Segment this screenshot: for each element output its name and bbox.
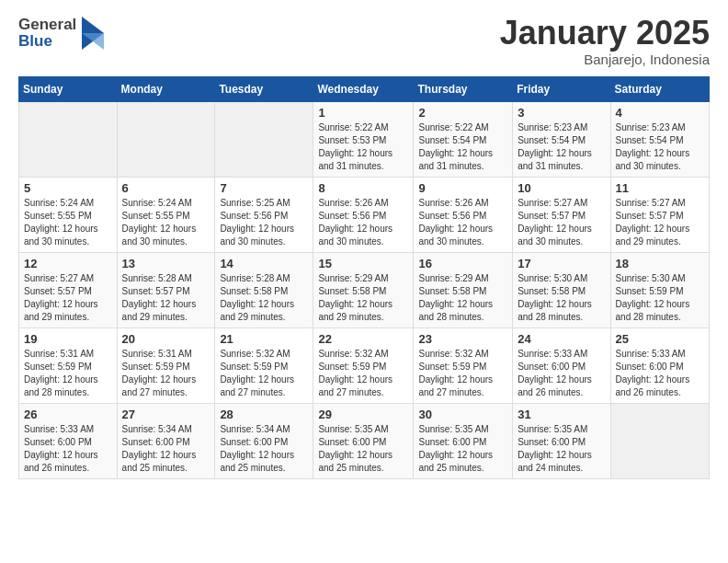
- sunrise-text: Sunrise: 5:35 AM: [318, 424, 388, 434]
- day-number: 8: [318, 181, 408, 195]
- day-number: 1: [318, 106, 408, 120]
- calendar-cell: 11 Sunrise: 5:27 AM Sunset: 5:57 PM Dayl…: [610, 177, 709, 252]
- logo-general-text: General: [18, 17, 76, 33]
- day-number: 20: [122, 332, 210, 346]
- day-info: Sunrise: 5:26 AM Sunset: 5:56 PM Dayligh…: [318, 197, 408, 248]
- calendar-cell: 5 Sunrise: 5:24 AM Sunset: 5:55 PM Dayli…: [19, 177, 118, 252]
- daylight-text: Daylight: 12 hours and 29 minutes.: [616, 224, 690, 247]
- day-number: 14: [220, 257, 308, 270]
- sunrise-text: Sunrise: 5:30 AM: [616, 273, 686, 283]
- day-info: Sunrise: 5:27 AM Sunset: 5:57 PM Dayligh…: [24, 272, 112, 324]
- day-info: Sunrise: 5:22 AM Sunset: 5:53 PM Dayligh…: [318, 121, 408, 173]
- calendar-cell: 30 Sunrise: 5:35 AM Sunset: 6:00 PM Dayl…: [414, 403, 513, 478]
- calendar-cell: [19, 101, 118, 177]
- sunrise-text: Sunrise: 5:33 AM: [616, 349, 686, 359]
- daylight-text: Daylight: 12 hours and 24 minutes.: [518, 450, 592, 473]
- daylight-text: Daylight: 12 hours and 30 minutes.: [418, 224, 493, 247]
- calendar-header-row: SundayMondayTuesdayWednesdayThursdayFrid…: [19, 76, 710, 101]
- daylight-text: Daylight: 12 hours and 30 minutes.: [318, 224, 392, 247]
- sunset-text: Sunset: 6:00 PM: [616, 362, 684, 372]
- calendar-cell: 10 Sunrise: 5:27 AM Sunset: 5:57 PM Dayl…: [513, 177, 610, 252]
- sunset-text: Sunset: 6:00 PM: [418, 437, 486, 447]
- sunset-text: Sunset: 5:54 PM: [616, 135, 684, 145]
- daylight-text: Daylight: 12 hours and 25 minutes.: [122, 450, 197, 473]
- sunrise-text: Sunrise: 5:26 AM: [418, 198, 488, 208]
- sunrise-text: Sunrise: 5:23 AM: [616, 122, 686, 132]
- day-info: Sunrise: 5:26 AM Sunset: 5:56 PM Dayligh…: [418, 197, 507, 248]
- day-info: Sunrise: 5:34 AM Sunset: 6:00 PM Dayligh…: [122, 423, 210, 475]
- calendar-cell: 24 Sunrise: 5:33 AM Sunset: 6:00 PM Dayl…: [513, 327, 610, 403]
- day-info: Sunrise: 5:33 AM Sunset: 6:00 PM Dayligh…: [518, 348, 605, 399]
- calendar-cell: [117, 101, 215, 177]
- sunrise-text: Sunrise: 5:34 AM: [122, 424, 192, 434]
- daylight-text: Daylight: 12 hours and 28 minutes.: [518, 299, 592, 322]
- day-number: 23: [418, 332, 507, 346]
- sunrise-text: Sunrise: 5:32 AM: [418, 349, 488, 359]
- sunrise-text: Sunrise: 5:35 AM: [518, 424, 587, 434]
- day-info: Sunrise: 5:25 AM Sunset: 5:56 PM Dayligh…: [220, 197, 308, 248]
- sunset-text: Sunset: 5:56 PM: [220, 211, 288, 221]
- day-number: 2: [418, 106, 507, 120]
- day-number: 7: [220, 181, 308, 195]
- logo-blue-text: Blue: [18, 33, 76, 50]
- sunset-text: Sunset: 6:00 PM: [318, 437, 386, 447]
- day-info: Sunrise: 5:34 AM Sunset: 6:00 PM Dayligh…: [220, 423, 308, 475]
- sunrise-text: Sunrise: 5:27 AM: [24, 273, 94, 283]
- daylight-text: Daylight: 12 hours and 25 minutes.: [220, 450, 294, 473]
- daylight-text: Daylight: 12 hours and 31 minutes.: [418, 148, 493, 171]
- calendar-cell: 21 Sunrise: 5:32 AM Sunset: 5:59 PM Dayl…: [215, 327, 313, 403]
- sunset-text: Sunset: 5:58 PM: [318, 286, 386, 296]
- daylight-text: Daylight: 12 hours and 27 minutes.: [418, 374, 493, 397]
- sunset-text: Sunset: 6:00 PM: [24, 437, 92, 447]
- day-info: Sunrise: 5:31 AM Sunset: 5:59 PM Dayligh…: [122, 348, 210, 399]
- calendar-cell: 25 Sunrise: 5:33 AM Sunset: 6:00 PM Dayl…: [610, 327, 709, 403]
- sunrise-text: Sunrise: 5:34 AM: [220, 424, 290, 434]
- day-info: Sunrise: 5:27 AM Sunset: 5:57 PM Dayligh…: [518, 197, 605, 248]
- day-info: Sunrise: 5:33 AM Sunset: 6:00 PM Dayligh…: [616, 348, 704, 399]
- calendar-cell: 19 Sunrise: 5:31 AM Sunset: 5:59 PM Dayl…: [19, 327, 118, 403]
- calendar-cell: 9 Sunrise: 5:26 AM Sunset: 5:56 PM Dayli…: [414, 177, 513, 252]
- daylight-text: Daylight: 12 hours and 29 minutes.: [122, 299, 197, 322]
- calendar-cell: 15 Sunrise: 5:29 AM Sunset: 5:58 PM Dayl…: [313, 252, 414, 327]
- sunrise-text: Sunrise: 5:22 AM: [418, 122, 488, 132]
- sunset-text: Sunset: 5:59 PM: [220, 362, 288, 372]
- calendar-cell: 3 Sunrise: 5:23 AM Sunset: 5:54 PM Dayli…: [513, 101, 610, 177]
- calendar-week-row: 1 Sunrise: 5:22 AM Sunset: 5:53 PM Dayli…: [19, 101, 710, 177]
- day-number: 17: [518, 257, 605, 270]
- sunrise-text: Sunrise: 5:33 AM: [518, 349, 587, 359]
- calendar-cell: 1 Sunrise: 5:22 AM Sunset: 5:53 PM Dayli…: [313, 101, 414, 177]
- daylight-text: Daylight: 12 hours and 30 minutes.: [616, 148, 690, 171]
- calendar-cell: 27 Sunrise: 5:34 AM Sunset: 6:00 PM Dayl…: [117, 403, 215, 478]
- calendar-header-friday: Friday: [513, 76, 610, 101]
- sunrise-text: Sunrise: 5:26 AM: [318, 198, 388, 208]
- sunset-text: Sunset: 5:59 PM: [318, 362, 386, 372]
- calendar-cell: 22 Sunrise: 5:32 AM Sunset: 5:59 PM Dayl…: [313, 327, 414, 403]
- sunrise-text: Sunrise: 5:23 AM: [518, 122, 587, 132]
- day-number: 22: [318, 332, 408, 346]
- calendar-cell: 6 Sunrise: 5:24 AM Sunset: 5:55 PM Dayli…: [117, 177, 215, 252]
- calendar-header-tuesday: Tuesday: [215, 76, 313, 101]
- daylight-text: Daylight: 12 hours and 27 minutes.: [122, 374, 197, 397]
- day-number: 12: [24, 257, 112, 270]
- page: General Blue January 2025 Banjarejo, Ind…: [0, 0, 728, 494]
- calendar-cell: 4 Sunrise: 5:23 AM Sunset: 5:54 PM Dayli…: [610, 101, 709, 177]
- daylight-text: Daylight: 12 hours and 26 minutes.: [24, 450, 98, 473]
- calendar-cell: 29 Sunrise: 5:35 AM Sunset: 6:00 PM Dayl…: [313, 403, 414, 478]
- calendar-header-monday: Monday: [117, 76, 215, 101]
- daylight-text: Daylight: 12 hours and 27 minutes.: [220, 374, 294, 397]
- daylight-text: Daylight: 12 hours and 29 minutes.: [220, 299, 294, 322]
- day-number: 27: [122, 408, 210, 421]
- sunrise-text: Sunrise: 5:29 AM: [418, 273, 488, 283]
- daylight-text: Daylight: 12 hours and 26 minutes.: [616, 374, 690, 397]
- location: Banjarejo, Indonesia: [500, 52, 710, 67]
- sunset-text: Sunset: 5:53 PM: [318, 135, 386, 145]
- day-number: 28: [220, 408, 308, 421]
- calendar-cell: 12 Sunrise: 5:27 AM Sunset: 5:57 PM Dayl…: [19, 252, 118, 327]
- day-number: 29: [318, 408, 408, 421]
- sunset-text: Sunset: 6:00 PM: [122, 437, 190, 447]
- daylight-text: Daylight: 12 hours and 25 minutes.: [418, 450, 493, 473]
- day-number: 21: [220, 332, 308, 346]
- title-block: January 2025 Banjarejo, Indonesia: [500, 15, 710, 67]
- calendar-cell: 14 Sunrise: 5:28 AM Sunset: 5:58 PM Dayl…: [215, 252, 313, 327]
- sunset-text: Sunset: 5:58 PM: [518, 286, 586, 296]
